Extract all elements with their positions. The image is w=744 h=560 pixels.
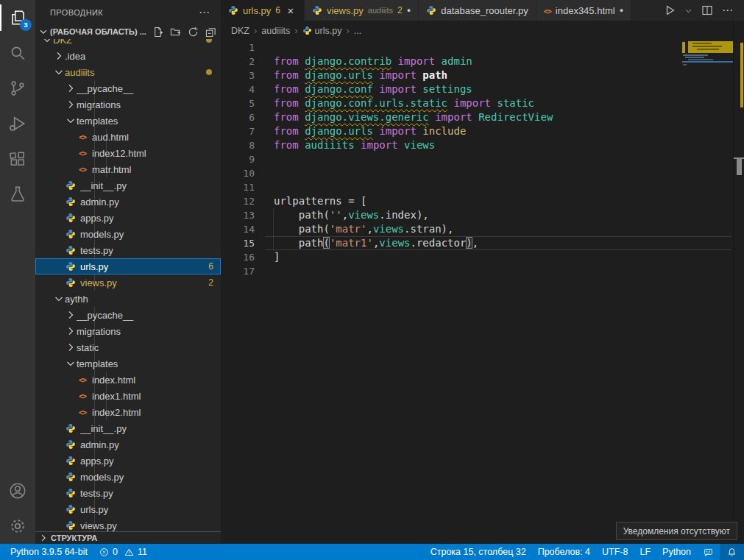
run-icon[interactable]	[664, 4, 676, 16]
tree-item[interactable]: aythh	[35, 291, 221, 307]
tab-index345.html[interactable]: <>index345.html●	[536, 0, 631, 21]
tree-item[interactable]: __init__.py	[35, 420, 221, 436]
line-number: 10	[221, 166, 265, 180]
code-line[interactable]: from django.conf import settings	[265, 82, 731, 96]
code-token: import	[355, 139, 404, 151]
breadcrumb-item[interactable]: audiiits	[261, 26, 290, 36]
code-token: ]	[274, 251, 280, 263]
code-token: from	[274, 69, 305, 81]
tree-item[interactable]: <>index2.html	[35, 404, 221, 420]
tree-item[interactable]: apps.py	[35, 453, 221, 469]
settings-gear-icon[interactable]	[0, 508, 35, 544]
tree-item-label: urls.py	[80, 261, 208, 272]
code-line[interactable]: from audiiits import views	[265, 138, 731, 152]
code-line[interactable]: ]	[265, 250, 731, 264]
code-content[interactable]: from django.contrib import adminfrom dja…	[265, 40, 731, 278]
tree-item[interactable]: tests.py	[35, 485, 221, 501]
tree-item[interactable]: models.py	[35, 469, 221, 485]
code-line[interactable]: from django.views.generic import Redirec…	[265, 110, 731, 124]
status-bar: Python 3.9.5 64-bit011 Строка 15, столбе…	[0, 544, 744, 560]
tab-database_roouter.py[interactable]: database_roouter.py	[419, 0, 536, 21]
tab-views.py[interactable]: views.pyaudiiits2●	[305, 0, 419, 21]
tree-item[interactable]: __pycache__	[35, 307, 221, 323]
tree-item[interactable]: <>index.html	[35, 372, 221, 388]
split-editor-icon[interactable]	[701, 4, 713, 16]
breadcrumb-item[interactable]: urls.py	[315, 26, 342, 36]
tree-item[interactable]: migrations	[35, 96, 221, 113]
eol[interactable]: LF	[634, 544, 656, 560]
feedback-icon[interactable]	[697, 544, 720, 560]
code-line[interactable]: from django.urls import include	[265, 124, 731, 138]
tree-item[interactable]: static	[35, 339, 221, 355]
tree-item[interactable]: views.py2	[35, 274, 221, 291]
tree-item[interactable]: templates	[35, 355, 221, 372]
language-mode[interactable]: Python	[656, 544, 697, 560]
tree-item[interactable]: <>aud.html	[35, 129, 221, 145]
extensions-icon[interactable]	[0, 141, 35, 177]
tree-item[interactable]: views.py	[35, 517, 221, 531]
explorer-icon[interactable]: 3	[0, 0, 35, 35]
code-line[interactable]: urlpatterns = [	[265, 194, 731, 208]
code-line[interactable]	[265, 166, 731, 180]
code-editor[interactable]: 1234567891011121314151617 from django.co…	[221, 40, 744, 541]
tree-item[interactable]: admin.py	[35, 436, 221, 453]
close-icon[interactable]: ×	[285, 4, 297, 17]
cursor-position[interactable]: Строка 15, столбец 32	[425, 544, 532, 560]
notifications-bell-icon[interactable]	[720, 544, 744, 560]
code-line[interactable]	[265, 264, 731, 278]
code-line[interactable]: path('matr',views.stran),	[265, 222, 731, 236]
tree-item[interactable]: urls.py6	[35, 258, 221, 274]
testing-icon[interactable]	[0, 177, 35, 212]
sidebar-more-icon[interactable]: ⋯	[199, 6, 210, 19]
run-dropdown-icon[interactable]	[684, 7, 692, 15]
problems[interactable]: 011	[93, 544, 153, 560]
source-control-icon[interactable]	[0, 71, 35, 106]
new-folder-icon[interactable]	[170, 26, 181, 38]
tree-item[interactable]: templates	[35, 113, 221, 129]
tree-item[interactable]: migrations	[35, 323, 221, 339]
code-line[interactable]: from django.conf.urls.static import stat…	[265, 96, 731, 110]
python-interpreter[interactable]: Python 3.9.5 64-bit	[4, 544, 93, 560]
tree-item-label: index2.html	[92, 407, 221, 418]
indentation[interactable]: Пробелов: 4	[532, 544, 596, 560]
code-line[interactable]	[265, 180, 731, 194]
workspace-section-header[interactable]: (РАБОЧАЯ ОБЛАСТЬ) ...	[35, 24, 221, 39]
tree-item[interactable]: __init__.py	[35, 177, 221, 194]
outline-section-header[interactable]: СТРУКТУРА	[35, 531, 221, 544]
tree-item[interactable]: <>index12.html	[35, 145, 221, 161]
tree-item[interactable]: admin.py	[35, 194, 221, 210]
tree-item[interactable]: __pycache__	[35, 80, 221, 96]
tree-item[interactable]: .idea	[35, 48, 221, 64]
code-line[interactable]	[265, 40, 731, 54]
account-icon[interactable]	[0, 473, 35, 508]
code-line[interactable]: from django.urls import path	[265, 68, 731, 82]
breadcrumb-item[interactable]: DKZ	[231, 26, 249, 36]
tree-item[interactable]: DKZ	[35, 39, 221, 48]
code-line[interactable]	[265, 152, 731, 166]
tree-item[interactable]: audiiits	[35, 64, 221, 80]
code-line[interactable]: path('matr1',views.redactor),	[265, 236, 731, 250]
tree-item[interactable]: urls.py	[35, 501, 221, 517]
code-token: .stran),	[404, 223, 453, 235]
run-debug-icon[interactable]	[0, 106, 35, 141]
refresh-icon[interactable]	[188, 26, 199, 38]
minimap[interactable]	[682, 40, 733, 541]
code-line[interactable]: path('',views.index),	[265, 208, 731, 222]
tree-item[interactable]: tests.py	[35, 242, 221, 258]
code-line[interactable]: from django.contrib import admin	[265, 54, 731, 68]
python-file-icon	[65, 212, 77, 224]
code-token: views	[373, 223, 404, 235]
breadcrumb-item[interactable]: ...	[354, 26, 361, 36]
tree-item[interactable]: <>index1.html	[35, 388, 221, 404]
tree-item[interactable]: models.py	[35, 226, 221, 242]
tree-item[interactable]: <>matr.html	[35, 161, 221, 177]
new-file-icon[interactable]	[152, 26, 163, 38]
search-icon[interactable]	[0, 35, 35, 71]
encoding[interactable]: UTF-8	[596, 544, 634, 560]
more-actions-icon[interactable]: ⋯	[722, 4, 734, 17]
collapse-all-icon[interactable]	[205, 26, 216, 38]
tree-item[interactable]: apps.py	[35, 210, 221, 226]
overview-ruler[interactable]	[733, 21, 744, 541]
tab-urls.py[interactable]: urls.py6×	[221, 0, 305, 21]
code-token: include	[422, 125, 466, 137]
